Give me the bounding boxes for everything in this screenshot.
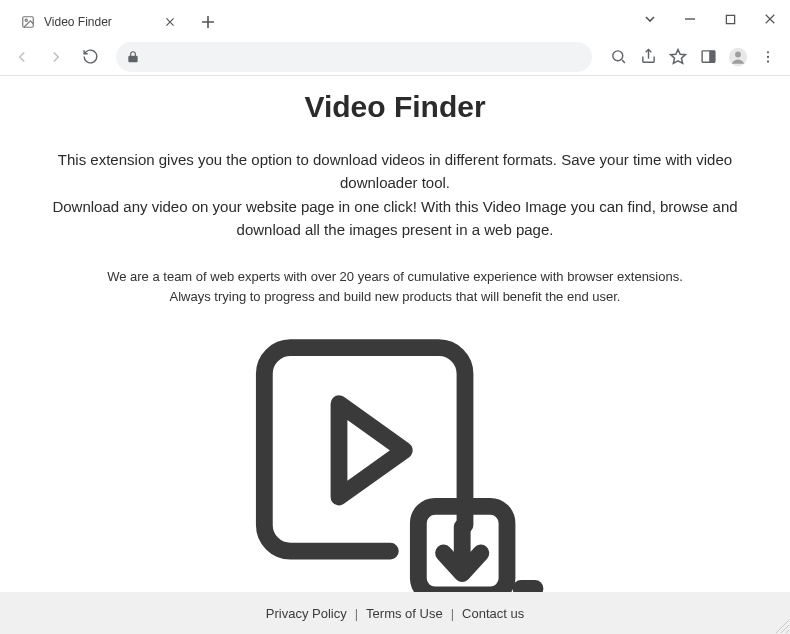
menu-dots-icon[interactable] (754, 43, 782, 71)
back-button[interactable] (8, 43, 36, 71)
footer-sep: | (449, 606, 456, 621)
window-dropdown-icon[interactable] (636, 5, 664, 33)
forward-button[interactable] (42, 43, 70, 71)
page-content: Video Finder This extension gives you th… (0, 76, 790, 634)
new-tab-button[interactable] (194, 8, 222, 36)
video-download-hero-icon (245, 329, 545, 609)
favicon-icon (20, 14, 36, 30)
url-bar[interactable] (116, 42, 592, 72)
share-icon[interactable] (634, 43, 662, 71)
lock-icon (126, 50, 140, 64)
svg-rect-5 (709, 51, 714, 62)
browser-toolbar (0, 38, 790, 76)
browser-tab[interactable]: Video Finder (8, 6, 188, 38)
desc-line-1: This extension gives you the option to d… (45, 148, 745, 195)
window-controls (636, 0, 790, 38)
profile-avatar-icon[interactable] (724, 43, 752, 71)
svg-point-3 (612, 51, 622, 61)
footer-link-privacy[interactable]: Privacy Policy (266, 606, 347, 621)
desc-line-2: Download any video on your website page … (45, 195, 745, 242)
page-title: Video Finder (30, 90, 760, 124)
bookmark-star-icon[interactable] (664, 43, 692, 71)
sub-description: We are a team of web experts with over 2… (55, 267, 735, 307)
tab-title: Video Finder (44, 15, 154, 29)
browser-titlebar: Video Finder (0, 0, 790, 38)
svg-point-8 (767, 51, 769, 53)
footer-link-terms[interactable]: Terms of Use (366, 606, 443, 621)
footer-link-contact[interactable]: Contact us (462, 606, 524, 621)
window-minimize-icon[interactable] (676, 5, 704, 33)
titlebar-spacer (222, 0, 636, 38)
svg-point-10 (767, 60, 769, 62)
search-page-icon[interactable] (604, 43, 632, 71)
sub-line-2: Always trying to progress and build new … (55, 287, 735, 307)
svg-point-9 (767, 55, 769, 57)
footer-sep: | (353, 606, 360, 621)
window-maximize-icon[interactable] (716, 5, 744, 33)
svg-point-1 (25, 19, 27, 21)
description: This extension gives you the option to d… (45, 148, 745, 241)
url-input[interactable] (148, 49, 582, 64)
svg-rect-2 (726, 15, 734, 23)
tab-close-icon[interactable] (162, 14, 178, 30)
sub-line-1: We are a team of web experts with over 2… (55, 267, 735, 287)
page-footer: Privacy Policy | Terms of Use | Contact … (0, 592, 790, 634)
window-close-icon[interactable] (756, 5, 784, 33)
side-panel-icon[interactable] (694, 43, 722, 71)
reload-button[interactable] (76, 43, 104, 71)
svg-point-7 (735, 51, 741, 57)
